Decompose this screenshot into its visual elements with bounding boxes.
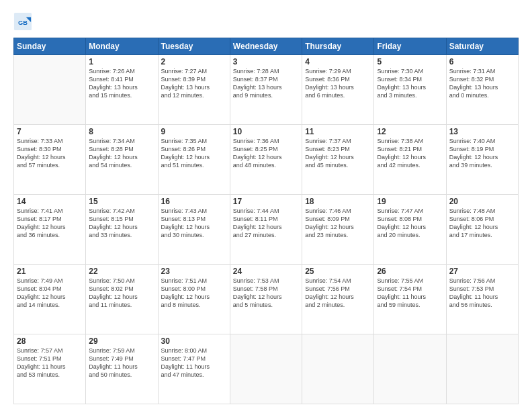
calendar-header-friday: Friday	[374, 38, 446, 55]
calendar-cell: 6Sunrise: 7:31 AMSunset: 8:32 PMDaylight…	[446, 55, 518, 125]
calendar-week-row: 1Sunrise: 7:26 AMSunset: 8:41 PMDaylight…	[14, 55, 519, 125]
day-info: Sunrise: 8:00 AMSunset: 7:47 PMDaylight:…	[161, 347, 227, 379]
calendar-cell: 27Sunrise: 7:56 AMSunset: 7:53 PMDayligh…	[446, 265, 518, 334]
day-info: Sunrise: 7:34 AMSunset: 8:28 PMDaylight:…	[89, 137, 154, 170]
calendar-week-row: 21Sunrise: 7:49 AMSunset: 8:04 PMDayligh…	[14, 265, 519, 334]
calendar-header-row: SundayMondayTuesdayWednesdayThursdayFrid…	[14, 38, 519, 55]
page: GB SundayMondayTuesdayWednesdayThursdayF…	[0, 0, 532, 411]
logo-icon: GB	[13, 12, 32, 31]
day-number: 2	[161, 57, 227, 66]
day-info: Sunrise: 7:56 AMSunset: 7:53 PMDaylight:…	[449, 277, 515, 310]
calendar-cell: 5Sunrise: 7:30 AMSunset: 8:34 PMDaylight…	[374, 55, 446, 125]
day-info: Sunrise: 7:46 AMSunset: 8:09 PMDaylight:…	[305, 207, 371, 240]
day-info: Sunrise: 7:43 AMSunset: 8:13 PMDaylight:…	[161, 207, 227, 240]
calendar-cell: 20Sunrise: 7:48 AMSunset: 8:06 PMDayligh…	[446, 195, 518, 265]
calendar-cell: 25Sunrise: 7:54 AMSunset: 7:56 PMDayligh…	[302, 265, 374, 334]
calendar: SundayMondayTuesdayWednesdayThursdayFrid…	[13, 38, 519, 404]
calendar-cell	[230, 334, 302, 404]
day-number: 7	[17, 127, 83, 136]
day-number: 15	[89, 197, 154, 206]
calendar-cell: 23Sunrise: 7:51 AMSunset: 8:00 PMDayligh…	[158, 265, 230, 334]
day-info: Sunrise: 7:51 AMSunset: 8:00 PMDaylight:…	[161, 277, 227, 310]
calendar-cell: 2Sunrise: 7:27 AMSunset: 8:39 PMDaylight…	[158, 55, 230, 125]
day-number: 4	[305, 57, 371, 66]
day-info: Sunrise: 7:47 AMSunset: 8:08 PMDaylight:…	[377, 207, 443, 240]
day-number: 29	[89, 336, 154, 346]
calendar-cell	[446, 334, 518, 404]
day-number: 24	[233, 267, 299, 276]
day-number: 6	[449, 57, 515, 66]
calendar-cell: 16Sunrise: 7:43 AMSunset: 8:13 PMDayligh…	[158, 195, 230, 265]
day-info: Sunrise: 7:48 AMSunset: 8:06 PMDaylight:…	[449, 207, 515, 240]
day-number: 27	[449, 267, 515, 276]
calendar-cell	[302, 334, 374, 404]
day-info: Sunrise: 7:26 AMSunset: 8:41 PMDaylight:…	[89, 67, 154, 100]
day-info: Sunrise: 7:30 AMSunset: 8:34 PMDaylight:…	[377, 67, 443, 100]
day-info: Sunrise: 7:55 AMSunset: 7:54 PMDaylight:…	[377, 277, 443, 310]
day-info: Sunrise: 7:31 AMSunset: 8:32 PMDaylight:…	[449, 67, 515, 100]
calendar-week-row: 14Sunrise: 7:41 AMSunset: 8:17 PMDayligh…	[14, 195, 519, 265]
day-info: Sunrise: 7:29 AMSunset: 8:36 PMDaylight:…	[305, 67, 371, 100]
day-number: 10	[233, 127, 299, 136]
calendar-cell: 21Sunrise: 7:49 AMSunset: 8:04 PMDayligh…	[14, 265, 86, 334]
day-info: Sunrise: 7:44 AMSunset: 8:11 PMDaylight:…	[233, 207, 299, 240]
calendar-header-tuesday: Tuesday	[158, 38, 230, 55]
day-info: Sunrise: 7:36 AMSunset: 8:25 PMDaylight:…	[233, 137, 299, 170]
calendar-cell: 28Sunrise: 7:57 AMSunset: 7:51 PMDayligh…	[14, 334, 86, 404]
day-number: 20	[449, 197, 515, 206]
day-number: 19	[377, 197, 443, 206]
header: GB	[13, 12, 519, 31]
day-number: 17	[233, 197, 299, 206]
day-number: 9	[161, 127, 227, 136]
calendar-cell: 17Sunrise: 7:44 AMSunset: 8:11 PMDayligh…	[230, 195, 302, 265]
calendar-cell: 19Sunrise: 7:47 AMSunset: 8:08 PMDayligh…	[374, 195, 446, 265]
day-number: 8	[89, 127, 154, 136]
day-number: 18	[305, 197, 371, 206]
calendar-cell: 30Sunrise: 8:00 AMSunset: 7:47 PMDayligh…	[158, 334, 230, 404]
day-info: Sunrise: 7:59 AMSunset: 7:49 PMDaylight:…	[89, 347, 154, 379]
day-number: 5	[377, 57, 443, 66]
calendar-week-row: 7Sunrise: 7:33 AMSunset: 8:30 PMDaylight…	[14, 125, 519, 195]
calendar-cell: 10Sunrise: 7:36 AMSunset: 8:25 PMDayligh…	[230, 125, 302, 195]
calendar-week-row: 28Sunrise: 7:57 AMSunset: 7:51 PMDayligh…	[14, 334, 519, 404]
calendar-cell: 24Sunrise: 7:53 AMSunset: 7:58 PMDayligh…	[230, 265, 302, 334]
calendar-cell: 12Sunrise: 7:38 AMSunset: 8:21 PMDayligh…	[374, 125, 446, 195]
calendar-cell: 8Sunrise: 7:34 AMSunset: 8:28 PMDaylight…	[86, 125, 158, 195]
day-info: Sunrise: 7:28 AMSunset: 8:37 PMDaylight:…	[233, 67, 299, 100]
calendar-cell: 13Sunrise: 7:40 AMSunset: 8:19 PMDayligh…	[446, 125, 518, 195]
calendar-cell	[14, 55, 86, 125]
calendar-cell: 14Sunrise: 7:41 AMSunset: 8:17 PMDayligh…	[14, 195, 86, 265]
day-info: Sunrise: 7:49 AMSunset: 8:04 PMDaylight:…	[17, 277, 83, 310]
calendar-cell: 4Sunrise: 7:29 AMSunset: 8:36 PMDaylight…	[302, 55, 374, 125]
calendar-cell: 9Sunrise: 7:35 AMSunset: 8:26 PMDaylight…	[158, 125, 230, 195]
day-number: 22	[89, 267, 154, 276]
logo: GB	[13, 12, 35, 31]
day-info: Sunrise: 7:38 AMSunset: 8:21 PMDaylight:…	[377, 137, 443, 170]
calendar-header-sunday: Sunday	[14, 38, 86, 55]
day-info: Sunrise: 7:53 AMSunset: 7:58 PMDaylight:…	[233, 277, 299, 310]
day-info: Sunrise: 7:37 AMSunset: 8:23 PMDaylight:…	[305, 137, 371, 170]
calendar-cell: 15Sunrise: 7:42 AMSunset: 8:15 PMDayligh…	[86, 195, 158, 265]
day-number: 1	[89, 57, 154, 66]
day-number: 23	[161, 267, 227, 276]
day-number: 26	[377, 267, 443, 276]
day-info: Sunrise: 7:50 AMSunset: 8:02 PMDaylight:…	[89, 277, 154, 310]
day-number: 14	[17, 197, 83, 206]
day-info: Sunrise: 7:42 AMSunset: 8:15 PMDaylight:…	[89, 207, 154, 240]
day-info: Sunrise: 7:41 AMSunset: 8:17 PMDaylight:…	[17, 207, 83, 240]
calendar-cell: 7Sunrise: 7:33 AMSunset: 8:30 PMDaylight…	[14, 125, 86, 195]
calendar-cell: 3Sunrise: 7:28 AMSunset: 8:37 PMDaylight…	[230, 55, 302, 125]
day-info: Sunrise: 7:54 AMSunset: 7:56 PMDaylight:…	[305, 277, 371, 310]
day-number: 11	[305, 127, 371, 136]
calendar-cell	[374, 334, 446, 404]
day-info: Sunrise: 7:40 AMSunset: 8:19 PMDaylight:…	[449, 137, 515, 170]
day-number: 30	[161, 336, 227, 346]
calendar-header-wednesday: Wednesday	[230, 38, 302, 55]
day-info: Sunrise: 7:33 AMSunset: 8:30 PMDaylight:…	[17, 137, 83, 170]
calendar-cell: 1Sunrise: 7:26 AMSunset: 8:41 PMDaylight…	[86, 55, 158, 125]
day-number: 28	[17, 336, 83, 346]
calendar-cell: 26Sunrise: 7:55 AMSunset: 7:54 PMDayligh…	[374, 265, 446, 334]
day-info: Sunrise: 7:35 AMSunset: 8:26 PMDaylight:…	[161, 137, 227, 170]
day-info: Sunrise: 7:27 AMSunset: 8:39 PMDaylight:…	[161, 67, 227, 100]
calendar-header-saturday: Saturday	[446, 38, 518, 55]
